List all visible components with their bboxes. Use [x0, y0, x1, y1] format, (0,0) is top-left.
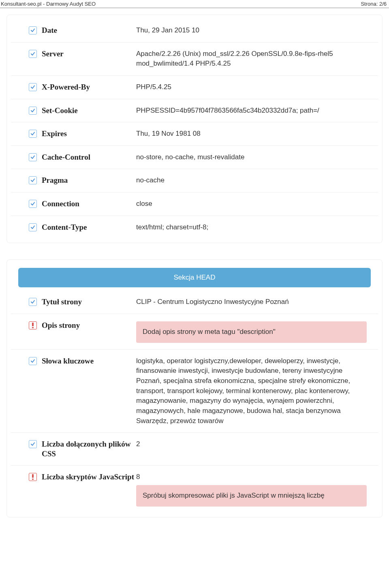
row-label: Set-Cookie	[42, 106, 78, 115]
audit-row: Tytuł stronyCLIP - Centrum Logistyczno I…	[11, 291, 378, 314]
value-column: PHPSESSID=4b957f04f7863566fa5c34b20332dd…	[136, 106, 367, 116]
status-ok-icon	[29, 107, 37, 115]
svg-rect-2	[32, 474, 34, 478]
value-column: Thu, 19 Nov 1981 08	[136, 129, 367, 139]
http-headers-card: DateThu, 29 Jan 2015 10ServerApache/2.2.…	[6, 15, 383, 243]
row-value: PHPSESSID=4b957f04f7863566fa5c34b20332dd…	[136, 106, 367, 116]
warning-message: Dodaj opis strony w meta tagu "descripti…	[136, 321, 367, 343]
audit-row: ServerApache/2.2.26 (Unix) mod_ssl/2.2.2…	[11, 43, 378, 76]
row-value: PHP/5.4.25	[136, 82, 367, 92]
label-column: Liczba skryptów JavaScript	[29, 472, 136, 482]
check-icon	[30, 108, 35, 113]
label-column: Set-Cookie	[29, 106, 136, 115]
label-column: Pragma	[29, 175, 136, 185]
status-ok-icon	[29, 200, 37, 208]
row-label: Tytuł strony	[42, 297, 82, 307]
row-label: Pragma	[42, 175, 68, 185]
row-label: Liczba skryptów JavaScript	[42, 472, 134, 482]
label-column: Content-Type	[29, 222, 136, 232]
section-title: Sekcja HEAD	[18, 268, 371, 287]
page-header: Konsultant-seo.pl - Darmowy Audyt SEO St…	[0, 0, 389, 8]
label-column: Server	[29, 49, 136, 59]
row-value: close	[136, 199, 367, 209]
value-column: PHP/5.4.25	[136, 82, 367, 92]
row-value: CLIP - Centrum Logistyczno Inwestycyjne …	[136, 297, 367, 307]
alert-icon	[31, 474, 35, 480]
check-icon	[30, 28, 35, 33]
check-icon	[30, 131, 35, 136]
svg-rect-0	[32, 323, 34, 326]
status-error-icon	[29, 321, 37, 329]
status-ok-icon	[29, 83, 37, 91]
value-column: CLIP - Centrum Logistyczno Inwestycyjne …	[136, 297, 367, 307]
row-label: X-Powered-By	[42, 82, 90, 92]
header-left: Konsultant-seo.pl - Darmowy Audyt SEO	[1, 1, 96, 7]
audit-row: Cache-Controlno-store, no-cache, must-re…	[11, 146, 378, 169]
status-ok-icon	[29, 223, 37, 231]
alert-icon	[31, 323, 35, 328]
audit-row: Content-Typetext/html; charset=utf-8;	[11, 216, 378, 239]
check-icon	[30, 51, 35, 56]
check-icon	[30, 442, 35, 447]
check-icon	[30, 359, 35, 363]
row-value: no-cache	[136, 175, 367, 186]
value-column: Thu, 29 Jan 2015 10	[136, 26, 367, 36]
check-icon	[30, 155, 35, 160]
audit-row: Liczba dołączonych plików CSS2	[11, 433, 378, 466]
warning-message: Spróbuj skompresować pliki js JavaScript…	[136, 485, 367, 507]
label-column: Tytuł strony	[29, 297, 136, 307]
audit-row: Connectionclose	[11, 192, 378, 216]
check-icon	[30, 201, 35, 206]
row-value: text/html; charset=utf-8;	[136, 222, 367, 233]
header-right: Strona: 2/6	[361, 1, 387, 7]
audit-row: Pragmano-cache	[11, 169, 378, 192]
status-ok-icon	[29, 26, 37, 34]
check-icon	[30, 178, 35, 183]
check-icon	[30, 85, 35, 90]
row-label: Server	[42, 49, 64, 59]
status-ok-icon	[29, 153, 37, 161]
status-ok-icon	[29, 130, 37, 138]
status-ok-icon	[29, 50, 37, 58]
check-icon	[30, 225, 35, 230]
audit-row: DateThu, 29 Jan 2015 10	[11, 19, 378, 43]
status-ok-icon	[29, 176, 37, 184]
label-column: Date	[29, 26, 136, 35]
row-label: Opis strony	[42, 321, 80, 330]
value-column: no-cache	[136, 175, 367, 186]
label-column: Connection	[29, 199, 136, 209]
status-ok-icon	[29, 357, 37, 365]
label-column: Słowa kluczowe	[29, 356, 136, 366]
row-label: Date	[42, 26, 57, 35]
label-column: Expires	[29, 129, 136, 139]
row-label: Liczba dołączonych plików CSS	[42, 439, 136, 459]
audit-row: ExpiresThu, 19 Nov 1981 08	[11, 122, 378, 146]
label-column: X-Powered-By	[29, 82, 136, 92]
row-label: Connection	[42, 199, 79, 209]
status-error-icon	[29, 473, 37, 481]
check-icon	[30, 299, 35, 304]
value-column: Dodaj opis strony w meta tagu "descripti…	[136, 321, 367, 343]
value-column: 2	[136, 439, 367, 449]
row-label: Cache-Control	[42, 152, 90, 162]
label-column: Opis strony	[29, 321, 136, 330]
value-column: text/html; charset=utf-8;	[136, 222, 367, 233]
value-column: logistyka, operator logistyczny,dewelope…	[136, 356, 367, 426]
status-ok-icon	[29, 298, 37, 306]
svg-rect-1	[32, 327, 34, 328]
label-column: Liczba dołączonych plików CSS	[29, 439, 136, 459]
label-column: Cache-Control	[29, 152, 136, 162]
row-value: Thu, 19 Nov 1981 08	[136, 129, 367, 139]
audit-row: Set-CookiePHPSESSID=4b957f04f7863566fa5c…	[11, 99, 378, 123]
audit-row: Opis stronyDodaj opis strony w meta tagu…	[11, 314, 378, 350]
row-value: 8	[136, 472, 367, 482]
status-ok-icon	[29, 440, 37, 448]
row-value: Thu, 29 Jan 2015 10	[136, 26, 367, 36]
value-column: 8Spróbuj skompresować pliki js JavaScrip…	[136, 472, 367, 507]
row-label: Expires	[42, 129, 67, 139]
row-label: Słowa kluczowe	[42, 356, 94, 366]
audit-row: X-Powered-ByPHP/5.4.25	[11, 76, 378, 99]
svg-rect-3	[32, 479, 34, 480]
row-value: Apache/2.2.26 (Unix) mod_ssl/2.2.26 Open…	[136, 49, 367, 69]
value-column: Apache/2.2.26 (Unix) mod_ssl/2.2.26 Open…	[136, 49, 367, 69]
